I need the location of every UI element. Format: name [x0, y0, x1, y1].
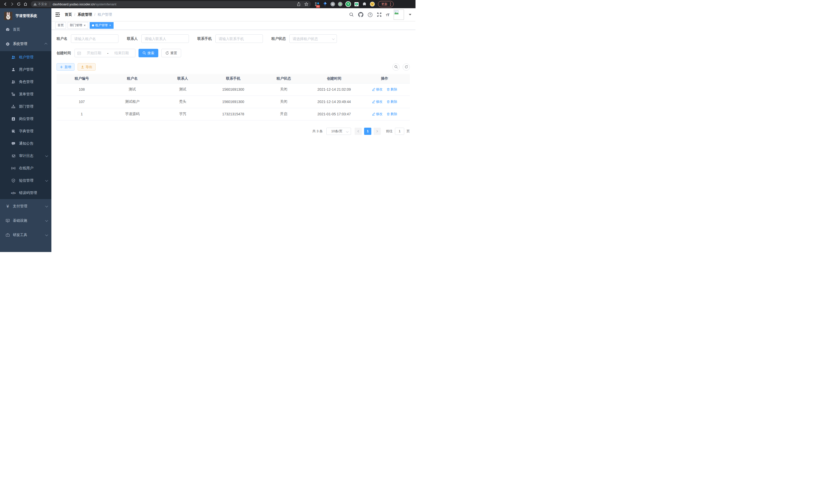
sidebar-item-audit-log[interactable]: 审计日志 — [0, 150, 51, 162]
next-page-button[interactable] — [374, 128, 381, 135]
header-search-icon[interactable] — [349, 12, 354, 17]
reset-button[interactable]: 重置 — [161, 49, 181, 57]
col-created: 创建时间 — [309, 74, 359, 83]
sidebar-item-notice[interactable]: 通知公告 — [0, 138, 51, 150]
font-size-icon[interactable]: TT — [386, 12, 389, 17]
tree-icon — [11, 92, 16, 96]
extension-record-icon[interactable] — [338, 2, 343, 6]
browser-reload-button[interactable] — [16, 1, 22, 7]
edit-link[interactable]: 修改 — [372, 99, 382, 104]
table-row: 1 芋道源码 芋艿 17321315478 开启 2021-01-05 17:0… — [57, 108, 410, 120]
tenant-name-input[interactable] — [71, 34, 118, 43]
delete-link[interactable]: 删除 — [387, 112, 397, 116]
date-range-picker[interactable]: 开始日期 - 结束日期 — [75, 49, 136, 57]
tab-dept[interactable]: 部门管理 × — [67, 22, 88, 29]
extension-chat-icon[interactable] — [354, 2, 359, 7]
edit-label: 修改 — [376, 99, 382, 104]
sidebar-item-sms[interactable]: 短信管理 — [0, 174, 51, 187]
sidebar-item-system[interactable]: 系统管理 — [0, 37, 51, 51]
phone-input[interactable] — [215, 34, 263, 43]
contact-input[interactable] — [141, 34, 189, 43]
sidebar-item-label: 研发工具 — [13, 233, 45, 237]
edit-link[interactable]: 修改 — [372, 112, 382, 116]
prev-page-button[interactable] — [354, 128, 362, 135]
page-unit-label: 页 — [406, 129, 410, 134]
help-icon[interactable]: ? — [368, 12, 373, 17]
sidebar-submenu-system: 租户管理 用户管理 角色管理 菜单管理 — [0, 51, 51, 199]
address-divider — [50, 2, 50, 6]
bookmark-star-icon[interactable] — [304, 2, 308, 6]
sidebar-item-online-user[interactable]: 在线用户 — [0, 162, 51, 174]
browser-menu-icon[interactable] — [389, 3, 392, 6]
edit-link[interactable]: 修改 — [372, 87, 382, 92]
chevron-left-icon — [357, 130, 359, 132]
filter-row-1: 租户名 联系人 联系手机 租户状态 — [57, 34, 410, 43]
message-icon — [11, 142, 16, 146]
sidebar-item-home[interactable]: 首页 — [0, 22, 51, 37]
delete-link[interactable]: 删除 — [387, 87, 397, 92]
breadcrumb-system[interactable]: 系统管理 — [78, 12, 92, 17]
fullscreen-icon[interactable] — [377, 12, 381, 17]
tab-close-icon[interactable]: × — [84, 24, 86, 27]
sidebar-item-dict[interactable]: 字典管理 — [0, 125, 51, 138]
sidebar-item-user[interactable]: 用户管理 — [0, 63, 51, 76]
profile-avatar-icon[interactable] — [370, 2, 375, 7]
browser-back-button[interactable] — [2, 1, 9, 7]
table-toolbar: 新增 导出 — [57, 63, 410, 71]
download-icon — [81, 65, 84, 68]
reset-button-label: 重置 — [170, 51, 177, 56]
search-icon — [143, 51, 146, 55]
browser-home-button[interactable] — [22, 1, 29, 7]
extensions-puzzle-icon[interactable] — [362, 2, 367, 7]
status-select[interactable] — [289, 34, 337, 43]
sidebar-item-errcode[interactable]: </> 错误码管理 — [0, 187, 51, 199]
status-select-input[interactable] — [289, 34, 337, 43]
extension-command-icon[interactable]: ⌘ — [331, 2, 335, 6]
address-bar[interactable]: 不安全 dashboard.yudao.iocoder.cn/system/te… — [31, 1, 311, 7]
tags-view-bar: 首页 部门管理 × 租户管理 × — [51, 21, 416, 30]
sidebar-item-label: 岗位管理 — [19, 117, 33, 121]
sidebar-item-infra[interactable]: 基础设施 — [0, 213, 51, 228]
sidebar-item-label: 短信管理 — [19, 178, 33, 183]
goto-page-input[interactable] — [395, 128, 404, 135]
tab-tenant[interactable]: 租户管理 × — [90, 22, 114, 29]
refresh-icon — [166, 51, 169, 55]
page-number-button[interactable]: 1 — [364, 128, 371, 135]
sidebar-item-devtools[interactable]: 研发工具 — [0, 228, 51, 242]
extension-kite-icon[interactable] — [322, 2, 327, 7]
hamburger-icon[interactable] — [56, 12, 61, 17]
delete-link[interactable]: 删除 — [387, 99, 397, 104]
security-status[interactable]: 不安全 — [33, 2, 47, 6]
browser-forward-button[interactable] — [9, 1, 16, 7]
sidebar-item-dept[interactable]: 部门管理 — [0, 100, 51, 113]
avatar-caret-icon[interactable] — [409, 14, 411, 16]
export-button[interactable]: 导出 — [78, 63, 95, 71]
sidebar-item-pay[interactable]: ¥ 支付管理 — [0, 199, 51, 213]
breadcrumb-home[interactable]: 首页 — [65, 12, 72, 17]
user-avatar[interactable] — [394, 9, 404, 20]
share-icon[interactable] — [297, 2, 300, 6]
url-text[interactable]: dashboard.yudao.iocoder.cn/system/tenant — [53, 2, 297, 6]
extension-y-icon[interactable]: Y — [345, 1, 351, 7]
page-size-select[interactable]: 10条/页 — [326, 128, 351, 135]
sidebar-item-tenant[interactable]: 租户管理 — [0, 51, 51, 63]
refresh-table-button[interactable] — [403, 63, 410, 71]
toggle-search-button[interactable] — [392, 63, 400, 71]
browser-update-button[interactable]: 更新 — [378, 1, 394, 7]
date-end-placeholder[interactable]: 结束日期 — [111, 51, 133, 56]
tab-close-icon[interactable]: × — [109, 24, 111, 27]
search-button[interactable]: 搜索 — [139, 49, 158, 57]
extension-grid-icon[interactable]: 10 — [315, 2, 320, 7]
sidebar-item-label: 菜单管理 — [19, 92, 33, 97]
sidebar-item-post[interactable]: 岗位管理 — [0, 113, 51, 125]
sidebar-logo[interactable]: 芋道管理系统 — [0, 9, 51, 22]
sidebar-item-label: 租户管理 — [19, 55, 33, 60]
add-button[interactable]: 新增 — [57, 63, 75, 71]
sidebar-item-menu[interactable]: 菜单管理 — [0, 88, 51, 100]
sidebar-item-label: 首页 — [13, 27, 47, 32]
github-icon[interactable] — [358, 12, 363, 17]
date-start-placeholder[interactable]: 开始日期 — [83, 51, 105, 56]
sidebar-item-role[interactable]: 角色管理 — [0, 76, 51, 88]
tab-home[interactable]: 首页 — [55, 22, 66, 29]
yen-icon: ¥ — [6, 204, 10, 208]
